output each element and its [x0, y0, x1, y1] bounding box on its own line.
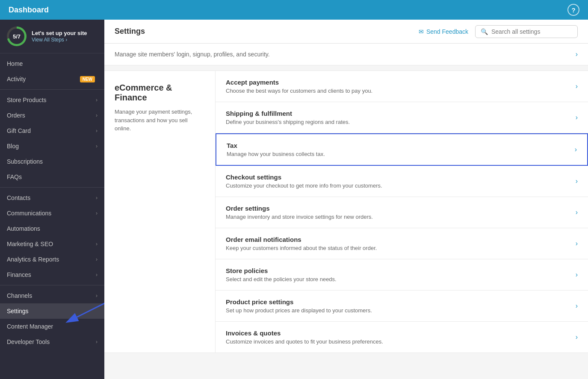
chevron-right-icon: ›: [576, 114, 578, 121]
ecommerce-title: eCommerce & Finance: [115, 83, 205, 103]
setup-text: Let's set up your site View All Steps ›: [32, 30, 98, 43]
chevron-icon: ›: [96, 256, 98, 262]
ecommerce-description: Manage your payment settings, transactio…: [115, 108, 205, 133]
chevron-right-icon: ›: [576, 177, 578, 185]
setting-item-description: Manage how your business collects tax.: [227, 151, 325, 157]
feedback-icon: ✉: [419, 28, 424, 35]
chevron-icon: ›: [96, 293, 98, 299]
sidebar-item-faqs[interactable]: FAQs: [0, 169, 104, 185]
progress-label: 5/7: [9, 29, 24, 44]
setting-item-title: Accept payments: [226, 79, 372, 86]
help-button[interactable]: ?: [567, 4, 579, 16]
setting-item-text: Invoices & quotes Customize invoices and…: [226, 329, 383, 345]
feedback-button[interactable]: ✉ Send Feedback: [419, 28, 468, 35]
activity-badge: NEW: [80, 76, 95, 82]
sidebar: 5/7 Let's set up your site View All Step…: [0, 20, 104, 379]
content-header: Settings ✉ Send Feedback 🔍: [104, 20, 588, 44]
setting-item-description: Set up how product prices are displayed …: [226, 307, 372, 314]
setting-item-text: Checkout settings Customize your checkou…: [226, 173, 382, 189]
sidebar-item-blog[interactable]: Blog ›: [0, 138, 104, 154]
content-area: Settings ✉ Send Feedback 🔍 Manage site m…: [104, 20, 588, 379]
setting-item-text: Shipping & fulfillment Define your busin…: [226, 110, 350, 125]
setting-item-description: Define your business's shipping regions …: [226, 119, 350, 125]
chevron-icon: ›: [96, 97, 98, 103]
site-members-item[interactable]: Manage site members' login, signup, prof…: [104, 44, 588, 65]
chevron-right-icon: ›: [576, 50, 578, 58]
page-title: Settings: [115, 27, 145, 36]
setting-item-text: Store policies Select and edit the polic…: [226, 267, 337, 282]
sidebar-item-communications[interactable]: Communications ›: [0, 206, 104, 221]
search-icon: 🔍: [481, 28, 488, 35]
chevron-icon: ›: [96, 241, 98, 247]
setting-item-text: Product price settings Set up how produc…: [226, 298, 372, 314]
sidebar-item-store-products[interactable]: Store Products ›: [0, 92, 104, 108]
sidebar-item-home[interactable]: Home: [0, 56, 104, 71]
sidebar-item-marketing-seo[interactable]: Marketing & SEO ›: [0, 236, 104, 252]
setting-item-title: Checkout settings: [226, 173, 382, 181]
chevron-icon: ›: [96, 128, 98, 134]
setting-item-title: Invoices & quotes: [226, 329, 383, 337]
chevron-icon: ›: [96, 272, 98, 278]
app-title: Dashboard: [9, 6, 49, 15]
setting-item-title: Order email notifications: [226, 236, 377, 243]
nav-divider-3: [0, 285, 104, 285]
chevron-icon: ›: [96, 112, 98, 118]
setup-block: 5/7 Let's set up your site View All Step…: [0, 20, 104, 53]
sidebar-item-settings[interactable]: Settings: [0, 303, 104, 319]
sidebar-item-subscriptions[interactable]: Subscriptions: [0, 154, 104, 169]
main-layout: 5/7 Let's set up your site View All Step…: [0, 20, 588, 379]
setup-link[interactable]: View All Steps ›: [32, 37, 98, 43]
sidebar-item-finances[interactable]: Finances ›: [0, 267, 104, 282]
setting-item[interactable]: Shipping & fulfillment Define your busin…: [216, 102, 588, 133]
chevron-right-icon: ›: [575, 146, 577, 153]
sidebar-item-analytics-reports[interactable]: Analytics & Reports ›: [0, 252, 104, 267]
setting-item[interactable]: Tax Manage how your business collects ta…: [216, 133, 588, 166]
setting-item-description: Customize your checkout to get more info…: [226, 182, 382, 189]
ecommerce-left-panel: eCommerce & Finance Manage your payment …: [104, 71, 216, 353]
setting-item[interactable]: Order email notifications Keep your cust…: [216, 228, 588, 259]
sidebar-item-automations[interactable]: Automations: [0, 221, 104, 236]
sidebar-item-contacts[interactable]: Contacts ›: [0, 190, 104, 206]
search-box: 🔍: [475, 25, 578, 38]
setting-item-text: Order email notifications Keep your cust…: [226, 236, 377, 251]
setting-item-description: Choose the best ways for customers and c…: [226, 88, 372, 94]
nav-divider-1: [0, 89, 104, 90]
sidebar-item-developer-tools[interactable]: Developer Tools ›: [0, 334, 104, 350]
setting-item-title: Product price settings: [226, 298, 372, 306]
chevron-icon: ›: [96, 210, 98, 216]
ecommerce-section: eCommerce & Finance Manage your payment …: [104, 71, 588, 353]
setting-item-description: Customize invoices and quotes to fit you…: [226, 338, 383, 345]
settings-scroll: Manage site members' login, signup, prof…: [104, 44, 588, 379]
chevron-right-icon: ›: [576, 271, 578, 279]
chevron-icon: ›: [96, 339, 98, 345]
sidebar-item-gift-card[interactable]: Gift Card ›: [0, 123, 104, 138]
nav-section: Home Activity NEW Store Products › Order…: [0, 53, 104, 352]
chevron-right-icon: ›: [576, 302, 578, 310]
sidebar-item-channels[interactable]: Channels ›: [0, 288, 104, 303]
setting-item-title: Store policies: [226, 267, 337, 274]
chevron-right-icon: ›: [576, 82, 578, 90]
setting-item[interactable]: Order settings Manage inventory and stor…: [216, 197, 588, 228]
feedback-label: Send Feedback: [426, 28, 468, 35]
sidebar-item-activity[interactable]: Activity NEW: [0, 71, 104, 87]
setting-item[interactable]: Product price settings Set up how produc…: [216, 291, 588, 322]
search-input[interactable]: [491, 28, 572, 35]
setting-item[interactable]: Store policies Select and edit the polic…: [216, 259, 588, 291]
setting-item-text: Accept payments Choose the best ways for…: [226, 79, 372, 94]
sidebar-item-content-manager[interactable]: Content Manager: [0, 319, 104, 334]
setting-item-text: Order settings Manage inventory and stor…: [226, 205, 373, 220]
setting-item[interactable]: Checkout settings Customize your checkou…: [216, 166, 588, 197]
sidebar-item-orders[interactable]: Orders ›: [0, 108, 104, 123]
setting-item[interactable]: Accept payments Choose the best ways for…: [216, 71, 588, 102]
nav-divider-2: [0, 187, 104, 188]
setting-item[interactable]: Invoices & quotes Customize invoices and…: [216, 322, 588, 353]
setting-item-description: Select and edit the policies your store …: [226, 276, 337, 282]
chevron-icon: ›: [96, 195, 98, 201]
header-actions: ✉ Send Feedback 🔍: [419, 25, 578, 38]
setting-item-title: Tax: [227, 142, 325, 149]
chevron-right-icon: ›: [576, 333, 578, 341]
ecommerce-settings-list: Accept payments Choose the best ways for…: [216, 71, 588, 353]
progress-circle: 5/7: [7, 26, 27, 46]
setting-item-title: Shipping & fulfillment: [226, 110, 350, 117]
setup-title: Let's set up your site: [32, 30, 98, 37]
